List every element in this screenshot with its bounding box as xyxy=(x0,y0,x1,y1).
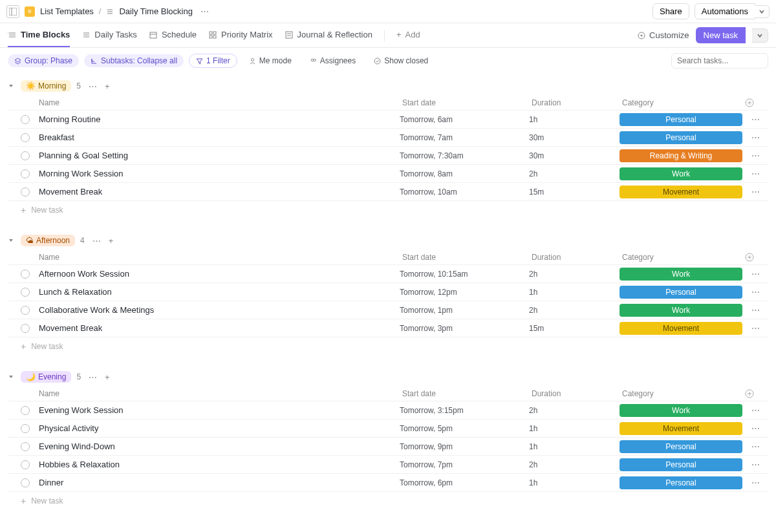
task-row[interactable]: Evening Work SessionTomorrow, 3:15pm2hWo… xyxy=(8,401,768,420)
task-start-date[interactable]: Tomorrow, 6pm xyxy=(400,478,529,487)
task-start-date[interactable]: Tomorrow, 7pm xyxy=(400,460,529,469)
task-start-date[interactable]: Tomorrow, 9pm xyxy=(400,442,529,451)
new-task-caret-icon[interactable] xyxy=(752,28,768,43)
filter-pill[interactable]: 1 Filter xyxy=(189,54,237,68)
new-task-row[interactable]: +New task xyxy=(8,492,768,510)
tab-schedule[interactable]: Schedule xyxy=(149,23,197,47)
category-badge[interactable]: Personal xyxy=(620,286,742,299)
category-badge[interactable]: Work xyxy=(620,268,742,281)
task-duration[interactable]: 2h xyxy=(529,169,620,178)
task-name[interactable]: Collaborative Work & Meetings xyxy=(36,305,400,315)
sidebar-toggle-icon[interactable] xyxy=(6,5,19,18)
breadcrumb-more-icon[interactable]: ⋯ xyxy=(198,6,211,16)
phase-badge-morning[interactable]: ☀️Morning xyxy=(21,80,71,92)
col-duration[interactable]: Duration xyxy=(529,253,620,262)
add-task-icon[interactable]: + xyxy=(109,236,114,246)
add-task-icon[interactable]: + xyxy=(105,81,110,91)
task-duration[interactable]: 1h xyxy=(529,442,620,451)
task-row[interactable]: Afternoon Work SessionTomorrow, 10:15am2… xyxy=(8,265,768,283)
task-start-date[interactable]: Tomorrow, 7:30am xyxy=(400,151,529,160)
share-button[interactable]: Share xyxy=(652,3,689,19)
task-row[interactable]: Movement BreakTomorrow, 3pm15mMovement⋯ xyxy=(8,319,768,337)
task-duration[interactable]: 1h xyxy=(529,424,620,433)
category-badge[interactable]: Work xyxy=(620,304,742,317)
status-circle-icon[interactable] xyxy=(21,406,30,415)
category-badge[interactable]: Personal xyxy=(620,458,742,471)
category-badge[interactable]: Movement xyxy=(620,186,742,198)
col-start[interactable]: Start date xyxy=(400,389,529,398)
task-name[interactable]: Physical Activity xyxy=(36,423,400,433)
status-circle-icon[interactable] xyxy=(21,133,30,142)
row-more-icon[interactable]: ⋯ xyxy=(742,187,768,197)
group-pill[interactable]: Group: Phase xyxy=(8,54,79,67)
col-start[interactable]: Start date xyxy=(400,98,529,107)
status-circle-icon[interactable] xyxy=(21,324,30,333)
col-name[interactable]: Name xyxy=(36,253,400,262)
status-circle-icon[interactable] xyxy=(21,187,30,197)
task-name[interactable]: Morning Work Session xyxy=(36,169,400,178)
status-circle-icon[interactable] xyxy=(21,270,30,279)
row-more-icon[interactable]: ⋯ xyxy=(742,269,768,279)
tab-daily-tasks[interactable]: Daily Tasks xyxy=(81,23,137,47)
row-more-icon[interactable]: ⋯ xyxy=(742,151,768,160)
col-name[interactable]: Name xyxy=(36,98,400,107)
task-start-date[interactable]: Tomorrow, 10:15am xyxy=(400,270,529,279)
task-start-date[interactable]: Tomorrow, 5pm xyxy=(400,424,529,433)
collapse-icon[interactable] xyxy=(8,83,16,89)
task-duration[interactable]: 30m xyxy=(529,133,620,142)
task-name[interactable]: Morning Routine xyxy=(36,114,400,124)
task-row[interactable]: Morning Work SessionTomorrow, 8am2hWork⋯ xyxy=(8,165,768,183)
category-badge[interactable]: Reading & Writing xyxy=(620,149,742,162)
task-row[interactable]: Lunch & RelaxationTomorrow, 12pm1hPerson… xyxy=(8,283,768,301)
status-circle-icon[interactable] xyxy=(21,478,30,487)
new-task-row[interactable]: +New task xyxy=(8,201,768,219)
task-start-date[interactable]: Tomorrow, 3:15pm xyxy=(400,406,529,415)
category-badge[interactable]: Personal xyxy=(620,131,742,144)
col-category[interactable]: Category xyxy=(620,389,742,398)
phase-badge-evening[interactable]: 🌙Evening xyxy=(21,371,71,383)
status-circle-icon[interactable] xyxy=(21,306,30,315)
collapse-icon[interactable] xyxy=(8,374,16,380)
task-name[interactable]: Dinner xyxy=(36,478,400,487)
col-duration[interactable]: Duration xyxy=(529,389,620,398)
task-row[interactable]: Hobbies & RelaxationTomorrow, 7pm2hPerso… xyxy=(8,456,768,474)
task-duration[interactable]: 2h xyxy=(529,406,620,415)
row-more-icon[interactable]: ⋯ xyxy=(742,423,768,433)
col-category[interactable]: Category xyxy=(620,98,742,107)
row-more-icon[interactable]: ⋯ xyxy=(742,169,768,178)
status-circle-icon[interactable] xyxy=(21,442,30,451)
task-name[interactable]: Evening Wind-Down xyxy=(36,442,400,451)
task-start-date[interactable]: Tomorrow, 12pm xyxy=(400,288,529,297)
status-circle-icon[interactable] xyxy=(21,288,30,297)
task-duration[interactable]: 15m xyxy=(529,187,620,197)
row-more-icon[interactable]: ⋯ xyxy=(742,405,768,415)
status-circle-icon[interactable] xyxy=(21,151,30,160)
task-name[interactable]: Afternoon Work Session xyxy=(36,269,400,279)
status-circle-icon[interactable] xyxy=(21,169,30,178)
col-duration[interactable]: Duration xyxy=(529,98,620,107)
task-name[interactable]: Movement Break xyxy=(36,323,400,333)
breadcrumb-parent[interactable]: List Templates xyxy=(40,6,94,16)
search-input[interactable] xyxy=(671,53,768,69)
category-badge[interactable]: Movement xyxy=(620,322,742,335)
task-duration[interactable]: 2h xyxy=(529,306,620,315)
breadcrumb-current[interactable]: Daily Time Blocking xyxy=(119,6,192,16)
row-more-icon[interactable]: ⋯ xyxy=(742,287,768,297)
status-circle-icon[interactable] xyxy=(21,424,30,433)
group-more-icon[interactable]: ⋯ xyxy=(86,81,100,91)
assignees-pill[interactable]: Assignees xyxy=(303,54,362,67)
category-badge[interactable]: Movement xyxy=(620,422,742,435)
task-duration[interactable]: 1h xyxy=(529,478,620,487)
automations-caret-icon[interactable] xyxy=(755,5,770,18)
new-task-button[interactable]: New task xyxy=(696,27,746,43)
col-category[interactable]: Category xyxy=(620,253,742,262)
task-name[interactable]: Evening Work Session xyxy=(36,405,400,415)
task-start-date[interactable]: Tomorrow, 8am xyxy=(400,169,529,178)
phase-badge-afternoon[interactable]: 🌤Afternoon xyxy=(21,235,75,246)
row-more-icon[interactable]: ⋯ xyxy=(742,114,768,124)
add-column-icon[interactable] xyxy=(742,389,768,398)
group-more-icon[interactable]: ⋯ xyxy=(86,372,100,382)
status-circle-icon[interactable] xyxy=(21,115,30,124)
tab-priority-matrix[interactable]: Priority Matrix xyxy=(208,23,272,47)
customize-button[interactable]: Customize xyxy=(637,30,689,40)
